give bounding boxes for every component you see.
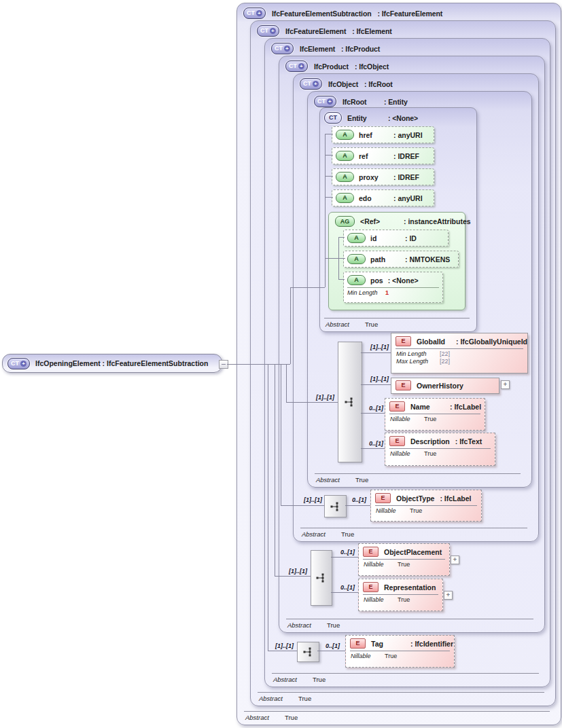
element-name: Tag	[371, 640, 405, 648]
ct-icon-label: CT	[275, 46, 283, 52]
connector-line	[325, 134, 326, 287]
connector-line	[325, 155, 333, 156]
attribute-id[interactable]: A id : ID	[343, 230, 449, 247]
facet-list: NillableTrue	[350, 651, 450, 660]
type-header[interactable]: CT+ IfcProduct : IfcObject	[279, 56, 544, 72]
type-base: : IfcElement	[352, 27, 391, 35]
element-objecttype[interactable]: E ObjectType : IfcLabel NillableTrue	[370, 490, 482, 522]
element-name[interactable]: E Name : IfcLabel NillableTrue	[385, 398, 485, 431]
connector-line	[268, 651, 297, 651]
facet-label: Min Length	[396, 350, 440, 358]
facet-label: Nillable	[390, 416, 424, 423]
attribute-type: : ID	[405, 234, 417, 242]
root-element-ifcopeningelement[interactable]: CT+ IfcOpeningElement : IfcFeatureElemen…	[2, 354, 222, 373]
connector-line	[281, 364, 281, 505]
abstract-label: Abstract	[302, 530, 341, 538]
plus-icon: +	[256, 10, 262, 16]
element-description[interactable]: E Description : IfcText NillableTrue	[385, 433, 495, 466]
facet-value: True	[398, 561, 410, 568]
element-name: GlobalId	[417, 338, 451, 346]
attribute-icon: A	[336, 151, 354, 161]
attribute-type: : anyURI	[393, 131, 423, 139]
attribute-group-icon: AG	[335, 216, 355, 227]
abstract-footer: Abstract True	[315, 473, 521, 484]
element-name: OwnerHistory	[417, 382, 463, 390]
ct-icon-label: CT	[317, 98, 326, 105]
plus-icon: +	[313, 81, 319, 87]
facet-value: [22]	[440, 350, 450, 358]
cardinality-label: [1]..[1]	[362, 344, 389, 350]
ct-icon: CT+	[300, 78, 322, 90]
type-header[interactable]: CT+ IfcFeatureElement : IfcElement	[251, 21, 555, 37]
cardinality-label: 0..[1]	[356, 440, 383, 447]
expand-icon[interactable]: +	[451, 556, 459, 564]
attribute-icon: A	[347, 254, 366, 264]
type-header[interactable]: CT+ IfcFeatureElementSubtraction : IfcFe…	[237, 3, 561, 19]
connector-line	[331, 557, 358, 558]
attribute-name: proxy	[359, 173, 389, 181]
element-name: Description	[410, 437, 450, 445]
abstract-value: True	[313, 676, 326, 683]
type-header[interactable]: CT+ IfcElement : IfcProduct	[265, 39, 550, 54]
connector-line	[275, 576, 311, 577]
type-header[interactable]: CT+ IfcRoot : Entity	[308, 92, 531, 107]
type-title: IfcProduct	[314, 62, 349, 71]
attribute-proxy[interactable]: A proxy : IDREF	[332, 168, 434, 185]
abstract-value: True	[355, 476, 368, 484]
element-representation[interactable]: E Representation NillableTrue	[358, 579, 443, 611]
attribute-edo[interactable]: A edo : anyURI	[332, 189, 434, 206]
connector-line	[345, 505, 370, 506]
attribute-type: : IDREF	[393, 173, 419, 181]
ct-icon: CT+	[314, 96, 336, 107]
facet-list: NillableTrue	[363, 559, 445, 568]
cardinality-label: 0..[1]	[342, 496, 366, 503]
element-type: : IfcText	[455, 437, 482, 445]
connector-line	[281, 505, 324, 506]
element-type: : IfcLabel	[450, 403, 481, 411]
ct-icon-label: CT	[289, 63, 297, 69]
facet-label: Nillable	[390, 450, 424, 458]
connector-line	[331, 592, 358, 593]
cardinality-label: 0..[1]	[315, 642, 340, 649]
connector-line	[286, 402, 338, 403]
element-globalid[interactable]: E GlobalId : IfcGloballyUniqueId Min Len…	[391, 333, 528, 374]
cardinality-label: 0..[1]	[332, 584, 355, 591]
expand-icon[interactable]: +	[501, 380, 510, 389]
xsd-diagram-canvas: CT+ IfcFeatureElementSubtraction : IfcFe…	[0, 0, 562, 728]
abstract-value: True	[341, 530, 354, 538]
element-name: ObjectType	[396, 494, 434, 503]
abstract-label: Abstract	[287, 621, 327, 629]
type-header[interactable]: CT Entity : <None>	[320, 108, 476, 124]
element-tag[interactable]: E Tag : IfcIdentifier NillableTrue	[345, 635, 455, 668]
connector-line	[317, 651, 345, 651]
attribute-pos[interactable]: A pos : <None> Min Length 1	[343, 272, 443, 303]
sequence-indicator[interactable]	[311, 550, 332, 606]
connector-line	[325, 134, 333, 134]
facet-value: [22]	[440, 358, 450, 365]
attribute-ref[interactable]: A ref : IDREF	[332, 147, 434, 164]
element-ownerhistory[interactable]: E OwnerHistory	[391, 378, 499, 394]
element-type: : IfcIdentifier	[410, 640, 453, 648]
facet-list: NillableTrue	[389, 414, 480, 423]
connector-line	[338, 279, 345, 280]
attribute-type: : anyURI	[393, 194, 423, 202]
type-header[interactable]: CT+ IfcObject : IfcRoot	[294, 74, 538, 90]
attribute-icon: A	[336, 172, 354, 182]
facet-label: Nillable	[351, 653, 385, 660]
facet-list: Min Length[22] Max Length[22]	[396, 348, 523, 365]
facet-list: NillableTrue	[375, 505, 477, 515]
connector-line	[361, 352, 391, 353]
expand-icon[interactable]: +	[444, 591, 453, 600]
element-objectplacement[interactable]: E ObjectPlacement NillableTrue	[358, 543, 450, 576]
type-base: : IfcObject	[355, 62, 389, 71]
cardinality-label: [1]..[1]	[295, 496, 322, 503]
attribute-icon: A	[347, 275, 366, 285]
attribute-href[interactable]: A href : anyURI	[332, 126, 434, 143]
sequence-icon	[344, 396, 356, 408]
facet-value: True	[385, 653, 397, 660]
attribute-path[interactable]: A path : NMTOKENS	[343, 251, 459, 268]
attribute-type: : NMTOKENS	[405, 255, 450, 263]
facet-list: NillableTrue	[389, 448, 491, 458]
connector-line	[275, 364, 275, 576]
abstract-label: Abstract	[316, 476, 355, 484]
